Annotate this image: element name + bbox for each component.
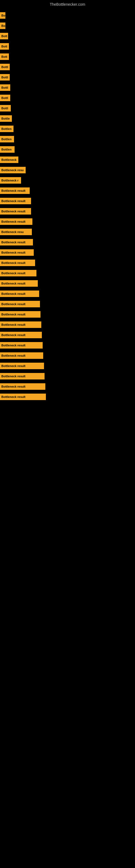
bar-row: Bottleneck result (0, 268, 135, 278)
bar-label: Bottleneck result (0, 321, 41, 328)
bar-row: Bottl (0, 93, 135, 103)
bar-row: Bottleneck result (0, 371, 135, 381)
bar-label: Bott (0, 33, 8, 39)
bar-label: Bottleneck result (0, 342, 43, 348)
bar-row: Bottleneck result (0, 361, 135, 371)
bar-label: Bottl (0, 105, 11, 112)
bar-row: Bottleneck (0, 155, 135, 165)
site-title: TheBottlenecker.com (0, 0, 135, 8)
bar-label: Bottle (0, 115, 12, 122)
bar-row: Bottleneck result (0, 186, 135, 196)
bar-label: Bottleneck result (0, 198, 31, 204)
bar-row: Bottleneck result (0, 278, 135, 289)
bar-row: Bottl (0, 103, 135, 113)
bar-label: Bottleneck result (0, 301, 40, 307)
bar-row: Bottleneck result (0, 350, 135, 361)
bar-row: Bottleneck result (0, 330, 135, 340)
bar-row: Bottleneck result (0, 258, 135, 268)
bars-container: BoBoBottBottBottBottlBottlBottlBottlBott… (0, 8, 135, 402)
bar-row: Bottleneck result (0, 247, 135, 258)
bar-row: Bottleneck result (0, 299, 135, 309)
bar-row: Bottlen (0, 144, 135, 155)
bar-label: Bo (0, 12, 5, 19)
bar-label: Bottleneck result (0, 187, 30, 194)
bar-row: Bottleneck r (0, 175, 135, 186)
bar-row: Bottleneck result (0, 196, 135, 206)
bar-label: Bottlen (0, 126, 13, 132)
bar-row: Bottleneck result (0, 237, 135, 247)
bar-row: Bott (0, 31, 135, 41)
bar-row: Bottlen (0, 134, 135, 144)
bar-label: Bottleneck result (0, 373, 45, 379)
bar-row: Bott (0, 41, 135, 52)
bar-row: Bottleneck resu (0, 227, 135, 237)
bar-label: Bottl (0, 95, 10, 101)
bar-row: Bottl (0, 83, 135, 93)
bar-label: Bottleneck resu (0, 229, 32, 235)
bar-label: Bottleneck resu (0, 167, 26, 173)
bar-row: Bottl (0, 62, 135, 72)
bar-row: Bottleneck resu (0, 165, 135, 175)
bar-label: Bottlen (0, 136, 14, 143)
bar-row: Bottleneck result (0, 309, 135, 319)
bar-row: Bott (0, 52, 135, 62)
bar-label: Bottleneck result (0, 352, 43, 359)
bar-row: Bottlen (0, 124, 135, 134)
bar-label: Bott (0, 43, 9, 50)
bar-row: Bottleneck result (0, 216, 135, 227)
bar-label: Bottleneck (0, 156, 18, 163)
bar-label: Bottleneck result (0, 239, 33, 246)
bar-label: Bottleneck result (0, 208, 31, 215)
bar-label: Bottl (0, 84, 10, 91)
bar-label: Bottleneck result (0, 383, 45, 390)
bar-row: Bo (0, 21, 135, 31)
bar-row: Bo (0, 10, 135, 21)
bar-label: Bottleneck result (0, 280, 38, 287)
bar-label: Bottleneck result (0, 218, 32, 225)
bar-label: Bottleneck result (0, 363, 44, 369)
bar-label: Bo (0, 23, 5, 29)
bar-label: Bottleneck result (0, 290, 39, 297)
bar-label: Bott (0, 54, 9, 60)
bar-row: Bottleneck result (0, 340, 135, 350)
bar-label: Bottleneck result (0, 311, 41, 318)
bar-label: Bottleneck r (0, 177, 21, 184)
bar-row: Bottleneck result (0, 319, 135, 330)
bar-label: Bottleneck result (0, 259, 35, 266)
bar-label: Bottleneck result (0, 394, 46, 400)
bar-row: Bottleneck result (0, 289, 135, 299)
bar-label: Bottleneck result (0, 249, 34, 256)
bar-label: Bottlen (0, 146, 14, 153)
bar-row: Bottleneck result (0, 392, 135, 402)
bar-row: Bottl (0, 72, 135, 83)
bar-label: Bottleneck result (0, 332, 42, 338)
bar-row: Bottleneck result (0, 381, 135, 392)
bar-row: Bottle (0, 113, 135, 124)
bar-row: Bottleneck result (0, 206, 135, 216)
bar-label: Bottl (0, 74, 10, 81)
bar-label: Bottl (0, 64, 10, 70)
bar-label: Bottleneck result (0, 270, 37, 276)
